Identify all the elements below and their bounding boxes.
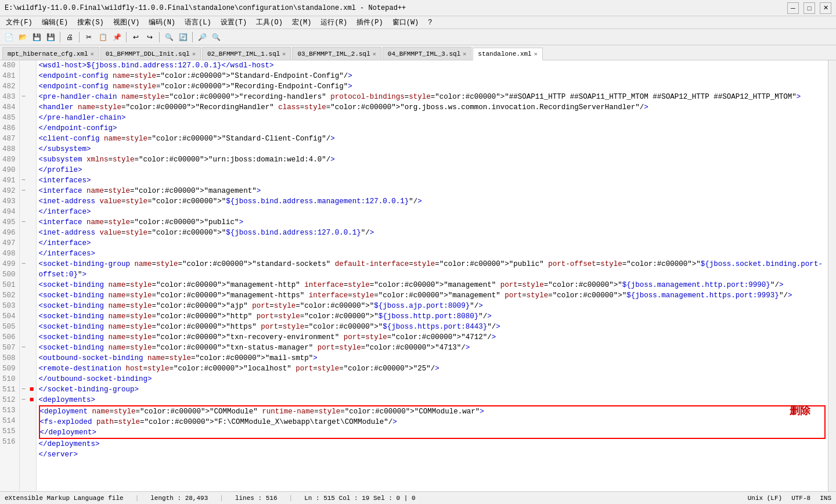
tab-close-2[interactable]: ✕ bbox=[282, 51, 286, 57]
fold-491[interactable]: − bbox=[20, 175, 28, 186]
close-button[interactable]: ✕ bbox=[820, 2, 831, 14]
line-number-516: 516 bbox=[2, 437, 16, 447]
file-length: length : 28,493 bbox=[150, 495, 208, 502]
mark-507 bbox=[28, 343, 36, 353]
tab-5[interactable]: standalone.xml ✕ bbox=[473, 48, 542, 60]
menu-item-f[interactable]: 文件(F) bbox=[2, 17, 36, 28]
line-number-481: 481 bbox=[2, 71, 16, 81]
menu-item-t[interactable]: 设置(T) bbox=[217, 17, 251, 28]
menu-item-n[interactable]: 编码(N) bbox=[145, 17, 179, 28]
line-number-509: 509 bbox=[2, 363, 16, 374]
menu-item-e[interactable]: 编辑(E) bbox=[38, 17, 72, 28]
tab-3[interactable]: 03_BFMMPT_IML_2.sql ✕ bbox=[292, 47, 381, 60]
copy-icon: 📋 bbox=[99, 33, 107, 41]
code-line-508: <remote-destination host=style="color:#c… bbox=[39, 363, 826, 374]
fold-492[interactable]: − bbox=[20, 186, 28, 196]
print-button[interactable]: 🖨 bbox=[63, 31, 76, 44]
line-number-497: 497 bbox=[2, 238, 16, 249]
insert-mode: INS bbox=[820, 495, 831, 502]
cut-button[interactable]: ✂ bbox=[82, 31, 95, 44]
code-line-482: <endpoint-config name=style="color:#c000… bbox=[39, 81, 826, 92]
tab-close-1[interactable]: ✕ bbox=[192, 51, 196, 57]
mark-490 bbox=[28, 165, 36, 175]
menu-item-o[interactable]: 工具(O) bbox=[253, 17, 286, 28]
tab-close-0[interactable]: ✕ bbox=[91, 51, 94, 57]
code-line-494: </interface> bbox=[39, 207, 826, 217]
fold-489 bbox=[20, 154, 28, 165]
tab-close-5[interactable]: ✕ bbox=[534, 51, 538, 57]
code-line-496: <inet-address value=style="color:#c00000… bbox=[39, 228, 826, 238]
line-number-507: 507 bbox=[2, 343, 16, 353]
tab-2[interactable]: 02_BFMMPT_IML_1.sql ✕ bbox=[202, 47, 291, 60]
fold-496 bbox=[20, 228, 28, 238]
code-line-500: <socket-binding name=style="color:#c0000… bbox=[39, 280, 826, 290]
fold-507[interactable]: − bbox=[20, 343, 28, 353]
undo-button[interactable]: ↩ bbox=[129, 31, 142, 44]
line-number-490: 490 bbox=[2, 165, 16, 175]
tab-label-3: 03_BFMMPT_IML_2.sql bbox=[297, 51, 370, 57]
code-editor[interactable]: <wsdl-host>${jboss.bind.address:127.0.0.… bbox=[37, 60, 828, 491]
maximize-button[interactable]: □ bbox=[803, 2, 815, 14]
mark-502 bbox=[28, 290, 36, 301]
menu-item-v[interactable]: 视图(V) bbox=[110, 17, 143, 28]
code-line-512: <deployment name=style="color:#c00000">"… bbox=[39, 405, 826, 417]
fold-497 bbox=[20, 238, 28, 249]
save-all-button[interactable]: 💾 bbox=[44, 31, 57, 44]
tab-close-3[interactable]: ✕ bbox=[373, 51, 376, 57]
tab-0[interactable]: mpt_hibernate_cfg.xml ✕ bbox=[2, 47, 99, 60]
fold-512[interactable]: − bbox=[20, 395, 28, 405]
fold-511[interactable]: − bbox=[20, 384, 28, 395]
tab-1[interactable]: 01_BFMMPT_DDL_Init.sql ✕ bbox=[100, 47, 201, 60]
save-all-icon: 💾 bbox=[46, 33, 55, 41]
tab-4[interactable]: 04_BFMMPT_IML_3.sql ✕ bbox=[383, 47, 471, 60]
mark-501 bbox=[28, 280, 36, 290]
menu-item-[interactable]: ? bbox=[424, 18, 435, 27]
menu-item-r[interactable]: 运行(R) bbox=[317, 17, 351, 28]
code-line-509: </outbound-socket-binding> bbox=[39, 374, 826, 384]
menu-item-p[interactable]: 插件(P) bbox=[353, 17, 387, 28]
copy-button[interactable]: 📋 bbox=[96, 31, 109, 44]
save-button[interactable]: 💾 bbox=[30, 31, 43, 44]
status-bar: eXtensible Markup Language file | length… bbox=[0, 491, 836, 504]
code-line-481: <endpoint-config name=style="color:#c000… bbox=[39, 71, 826, 81]
tab-close-4[interactable]: ✕ bbox=[463, 51, 466, 57]
line-number-501: 501 bbox=[2, 280, 16, 290]
redo-button[interactable]: ↪ bbox=[143, 31, 156, 44]
fold-495[interactable]: − bbox=[20, 217, 28, 228]
menu-item-w[interactable]: 窗口(W) bbox=[389, 17, 423, 28]
new-button[interactable]: 📄 bbox=[2, 31, 15, 44]
menu-item-l[interactable]: 语言(L) bbox=[181, 17, 215, 28]
code-line-514: </deployment> bbox=[39, 427, 826, 439]
code-line-487: <client-config name=style="color:#c00000… bbox=[39, 134, 826, 144]
line-gutter: 4804814824834844854864874884894904914924… bbox=[0, 60, 37, 491]
code-line-483: <pre-handler-chain name=style="color:#c0… bbox=[39, 92, 826, 102]
vertical-scrollbar[interactable] bbox=[828, 60, 836, 491]
paste-button[interactable]: 📌 bbox=[110, 31, 123, 44]
fold-499[interactable]: − bbox=[20, 259, 28, 269]
line-ending: Unix (LF) bbox=[748, 495, 782, 502]
title-bar: E:\wildfly-11.0.0.Final\wildfly-11.0.0.F… bbox=[0, 0, 836, 16]
fold-483[interactable]: − bbox=[20, 92, 28, 102]
encoding: UTF-8 bbox=[791, 495, 810, 502]
code-line-501: <socket-binding name=style="color:#c0000… bbox=[39, 290, 826, 301]
menu-item-m[interactable]: 宏(M) bbox=[289, 17, 315, 28]
minimize-button[interactable]: ─ bbox=[787, 2, 799, 14]
code-line-497: </interface> bbox=[39, 238, 826, 249]
zoom-out-button[interactable]: 🔍 bbox=[210, 31, 222, 44]
line-number-498: 498 bbox=[2, 249, 16, 259]
line-numbers: 4804814824834844854864874884894904914924… bbox=[0, 60, 20, 491]
replace-button[interactable]: 🔄 bbox=[176, 31, 189, 44]
code-lines: <wsdl-host>${jboss.bind.address:127.0.0.… bbox=[37, 60, 828, 460]
line-number-483: 483 bbox=[2, 92, 16, 102]
menu-item-s[interactable]: 搜索(S) bbox=[74, 17, 107, 28]
line-number-494: 494 bbox=[2, 207, 16, 217]
mark-505 bbox=[28, 322, 36, 332]
zoom-in-button[interactable]: 🔎 bbox=[196, 31, 208, 44]
fold-509 bbox=[20, 363, 28, 374]
zoom-in-icon: 🔎 bbox=[198, 33, 207, 41]
find-button[interactable]: 🔍 bbox=[163, 31, 175, 44]
line-number-503: 503 bbox=[2, 301, 16, 311]
fold-column[interactable]: −−−−−−−− bbox=[20, 60, 28, 491]
editor-container: 4804814824834844854864874884894904914924… bbox=[0, 60, 836, 491]
open-button[interactable]: 📂 bbox=[16, 31, 29, 44]
